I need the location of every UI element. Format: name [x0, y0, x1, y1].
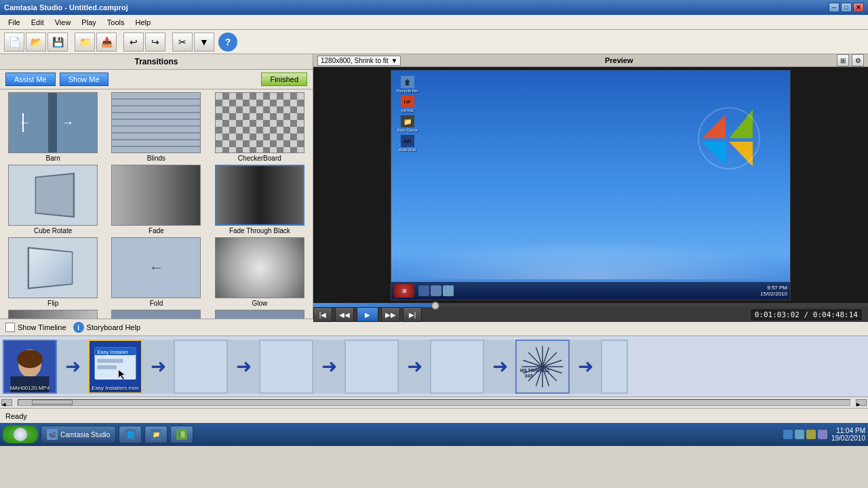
preview-fullscreen-button[interactable]: ⊞: [837, 54, 849, 66]
show-me-button[interactable]: Show Me: [60, 73, 108, 86]
taskbar-app-4[interactable]: 📗: [170, 426, 193, 443]
new-button[interactable]: 📄: [4, 33, 24, 52]
transition-flip[interactable]: Flip: [3, 237, 103, 307]
storyboard-clip-7[interactable]: WILTSHIRE12 345: [515, 340, 570, 394]
storyboard-clip-2[interactable]: Easy Installer Easy Installers.mov: [88, 340, 142, 394]
taskbar-app-2[interactable]: 🌐: [119, 426, 142, 443]
maximize-button[interactable]: □: [841, 3, 852, 12]
transition-iris-thumb: ↘↙ ↗↖: [215, 310, 304, 319]
transition-blinds[interactable]: Blinds: [106, 92, 206, 162]
finished-button[interactable]: Finished: [261, 73, 307, 86]
seek-bar[interactable]: [313, 303, 868, 307]
transition-iris[interactable]: ↘↙ ↗↖ Iris: [210, 310, 310, 319]
transition-glow[interactable]: Glow: [210, 237, 310, 307]
storyboard-clip-end[interactable]: [601, 340, 628, 394]
menu-file[interactable]: File: [3, 17, 26, 28]
open-button[interactable]: 📂: [26, 33, 46, 52]
title-bar-controls: ─ □ ✕: [829, 3, 864, 12]
play-button[interactable]: ▶: [357, 307, 378, 322]
resolution-selector[interactable]: 1280x800, Shrink to fit ▼: [317, 56, 401, 66]
storyboard-clip-6[interactable]: [430, 340, 484, 394]
transition-fade-label: Fade: [149, 227, 164, 235]
rewind-button[interactable]: ◀◀: [335, 307, 354, 322]
transition-checkerboard[interactable]: CheckerBoard: [210, 92, 310, 162]
transitions-grid-container[interactable]: Barn Blinds CheckerBoard Cube: [0, 89, 313, 319]
transition-fold[interactable]: ← Fold: [106, 237, 206, 307]
undo-button[interactable]: ↩: [123, 33, 144, 52]
storyboard-transition-5[interactable]: ➜: [399, 340, 430, 394]
transition-arrow-3: ➜: [236, 355, 252, 378]
storyboard-clip-3[interactable]: [174, 340, 228, 394]
transition-cube-thumb: [8, 165, 98, 226]
camtasia-taskbar-icon: 📹: [47, 429, 58, 440]
close-button[interactable]: ✕: [853, 3, 864, 12]
minimize-button[interactable]: ─: [829, 3, 840, 12]
storyboard-transition-2[interactable]: ➜: [142, 340, 174, 394]
transition-fade[interactable]: Fade: [106, 165, 206, 235]
dropdown-button[interactable]: ▼: [194, 33, 214, 52]
desktop-icon-hifiae: HF HiFiAE: [397, 96, 418, 113]
svg-text:345: 345: [524, 373, 533, 379]
transition-gradient-wipe[interactable]: Gradient Wipe: [3, 310, 103, 319]
transition-barn[interactable]: Barn: [3, 92, 103, 162]
taskbar-app-3[interactable]: 📁: [144, 426, 167, 443]
taskbar-app-camtasia[interactable]: 📹 Camtasia Studio: [41, 426, 116, 443]
transitions-title: Transitions: [0, 54, 313, 70]
transition-fade-through-black[interactable]: Fade Through Black: [210, 165, 310, 235]
main-content: Transitions Assist Me Show Me Finished B…: [0, 54, 868, 319]
svg-text:WILTSHIRE12: WILTSHIRE12: [520, 367, 550, 372]
cut-button[interactable]: ✂: [172, 33, 193, 52]
show-timeline-toggle[interactable]: Show Timeline: [5, 323, 66, 332]
storyboard-clip-1[interactable]: MAH00120.MP4: [3, 340, 57, 394]
skip-to-start-button[interactable]: |◀: [313, 307, 332, 322]
scroll-left-button[interactable]: ◂: [1, 399, 12, 406]
current-time: 0:01:03:02: [755, 310, 800, 319]
storyboard-scroll-thumb[interactable]: [32, 400, 73, 405]
preview-tb-icon-1: [418, 285, 429, 296]
windows-start-button[interactable]: [3, 426, 38, 443]
storyboard-help[interactable]: i Storyboard Help: [73, 322, 141, 333]
storyboard-clip-5[interactable]: [344, 340, 399, 394]
menu-help[interactable]: Help: [130, 17, 156, 28]
hifiae-icon: HF: [401, 96, 414, 108]
storyboard-transition-4[interactable]: ➜: [313, 340, 344, 394]
storyboard-scrollbar[interactable]: [18, 399, 850, 406]
help-button[interactable]: ?: [218, 33, 237, 52]
open-file-button[interactable]: 📁: [75, 33, 95, 52]
menu-tools[interactable]: Tools: [102, 17, 130, 28]
storyboard-help-label: Storyboard Help: [87, 323, 141, 331]
save-as-button[interactable]: 📥: [96, 33, 117, 52]
scroll-right-button[interactable]: ▸: [856, 399, 867, 406]
storyboard-transition-6[interactable]: ➜: [484, 340, 515, 394]
transition-arrow-7: ➜: [578, 355, 593, 378]
autogame-label: Auto Game: [397, 128, 418, 132]
save-button[interactable]: 💾: [47, 33, 68, 52]
timecode: 0:01:03:02 / 0:04:48:14: [750, 308, 863, 321]
preview-clock: 9:57 PM 15/02/2010: [760, 285, 787, 297]
storyboard-transition-3[interactable]: ➜: [228, 340, 259, 394]
menu-play[interactable]: Play: [76, 17, 101, 28]
storyboard-timeline[interactable]: MAH00120.MP4 ➜ Easy Installer Easy Insta…: [0, 336, 868, 397]
preview-settings-button[interactable]: ⚙: [852, 54, 864, 66]
redo-button[interactable]: ↪: [145, 33, 165, 52]
storyboard-transition-7[interactable]: ➜: [570, 340, 601, 394]
transition-cube-rotate[interactable]: Cube Rotate: [3, 165, 103, 235]
transitions-panel: Transitions Assist Me Show Me Finished B…: [0, 54, 313, 319]
skip-to-end-button[interactable]: ▶|: [403, 307, 422, 322]
transition-inset[interactable]: ↗↘ ↙↖ Inset: [106, 310, 206, 319]
assist-me-button[interactable]: Assist Me: [5, 73, 56, 86]
preview-clock-time: 9:57 PM: [760, 285, 787, 291]
menu-view[interactable]: View: [50, 17, 77, 28]
transition-fade-black-thumb: [215, 165, 304, 226]
fast-forward-button[interactable]: ▶▶: [381, 307, 400, 322]
show-timeline-checkbox[interactable]: [5, 323, 15, 332]
seek-thumb[interactable]: [431, 302, 439, 310]
storyboard-transition-1[interactable]: ➜: [57, 340, 88, 394]
status-bar: Ready: [0, 408, 868, 423]
show-timeline-label: Show Timeline: [18, 323, 66, 331]
storyboard-clip-1-label: MAH00120.MP4: [4, 385, 56, 391]
windows-clock-date: 19/02/2010: [831, 434, 865, 442]
preview-start-button: ⊞: [394, 284, 414, 298]
storyboard-clip-4[interactable]: [259, 340, 313, 394]
menu-edit[interactable]: Edit: [26, 17, 50, 28]
